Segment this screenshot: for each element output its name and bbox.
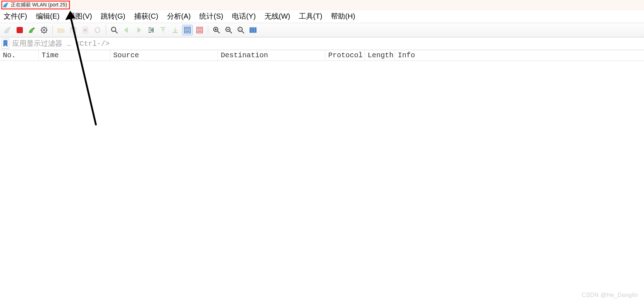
menu-capture[interactable]: 捕获(C) [134, 11, 158, 21]
restart-capture-button[interactable] [27, 25, 37, 35]
bookmark-icon [3, 40, 8, 47]
col-time[interactable]: Time [39, 50, 110, 60]
save-file-button [68, 25, 78, 35]
gear-icon [40, 26, 48, 34]
title-bar: 正在捕获 WLAN (port 25) [0, 0, 644, 10]
arrow-right-icon [135, 26, 143, 34]
zoom-reset-icon: 1 [237, 26, 245, 34]
menu-file[interactable]: 文件(F) [4, 11, 27, 21]
svg-line-38 [230, 31, 232, 33]
go-first-packet-button [158, 25, 168, 35]
go-last-packet-button [170, 25, 181, 35]
svg-line-7 [42, 28, 42, 28]
svg-rect-45 [255, 28, 256, 33]
close-file-icon [81, 26, 89, 34]
zoom-in-button[interactable] [211, 25, 222, 35]
svg-rect-43 [250, 28, 252, 33]
zoom-in-icon [213, 26, 220, 34]
svg-line-8 [46, 32, 47, 33]
svg-line-34 [218, 31, 220, 33]
svg-rect-44 [252, 28, 254, 33]
menu-help[interactable]: 帮助(H) [331, 11, 355, 21]
arrow-up-bar-icon [159, 26, 167, 34]
zoom-out-button[interactable] [223, 25, 234, 35]
autoscroll-icon [183, 26, 191, 34]
arrow-left-icon [123, 26, 130, 34]
menu-telephony[interactable]: 电话(Y) [232, 11, 256, 21]
display-filter-input[interactable] [10, 38, 643, 49]
col-no[interactable]: No. [0, 50, 39, 60]
save-icon [69, 26, 77, 34]
menu-edit[interactable]: 编辑(E) [36, 11, 60, 21]
window-title: 正在捕获 WLAN (port 25) [11, 2, 67, 8]
toolbar-separator [52, 25, 53, 35]
svg-line-10 [46, 28, 47, 28]
resize-columns-icon [249, 26, 257, 34]
search-icon [110, 26, 118, 34]
auto-scroll-button[interactable] [182, 25, 193, 35]
start-capture-button [2, 25, 13, 35]
shark-fin-icon [4, 26, 11, 34]
reload-icon [94, 26, 101, 34]
svg-text:1: 1 [239, 28, 241, 31]
svg-point-14 [72, 31, 74, 32]
zoom-reset-button[interactable]: 1 [235, 25, 246, 35]
svg-rect-0 [17, 27, 23, 33]
capture-options-button[interactable] [39, 25, 49, 35]
stop-icon [16, 26, 24, 34]
find-packet-button[interactable] [109, 25, 120, 35]
go-forward-button [133, 25, 144, 35]
packet-list-area[interactable] [0, 61, 644, 302]
watermark-text: CSDN @He_Danglin [582, 292, 638, 298]
go-back-button [121, 25, 132, 35]
restart-icon [28, 26, 36, 34]
display-filter-bar [0, 37, 644, 50]
col-info[interactable]: Info [395, 50, 644, 60]
toolbar: 1 [0, 23, 644, 37]
resize-columns-button[interactable] [248, 25, 258, 35]
goto-icon [147, 26, 155, 34]
colorize-button[interactable] [194, 25, 205, 35]
toolbar-separator [208, 25, 208, 35]
svg-rect-12 [71, 27, 75, 29]
colorize-icon [196, 26, 204, 34]
col-protocol[interactable]: Protocol [325, 50, 365, 60]
menu-wireless[interactable]: 无线(W) [264, 11, 290, 21]
packet-list-header: No. Time Source Destination Protocol Len… [0, 50, 644, 61]
menu-go[interactable]: 跳转(G) [101, 11, 125, 21]
menu-analyze[interactable]: 分析(A) [167, 11, 191, 21]
title-highlight-box: 正在捕获 WLAN (port 25) [1, 1, 70, 9]
filter-bookmark-button[interactable] [1, 39, 9, 49]
go-to-packet-button[interactable] [146, 25, 156, 35]
svg-point-18 [111, 27, 116, 31]
svg-line-41 [242, 31, 244, 33]
reload-file-button [92, 25, 103, 35]
col-length[interactable]: Length [365, 50, 395, 60]
zoom-out-icon [225, 26, 233, 34]
menu-bar: 文件(F) 编辑(E) 视图(V) 跳转(G) 捕获(C) 分析(A) 统计(S… [0, 10, 644, 23]
col-dest[interactable]: Destination [218, 50, 325, 60]
open-file-button [56, 25, 66, 35]
svg-line-19 [115, 31, 118, 33]
menu-view[interactable]: 视图(V) [68, 11, 92, 21]
stop-capture-button[interactable] [14, 25, 25, 35]
svg-line-9 [42, 32, 42, 33]
col-source[interactable]: Source [110, 50, 218, 60]
folder-open-icon [57, 26, 65, 34]
wireshark-icon [3, 2, 9, 8]
menu-tools[interactable]: 工具(T) [299, 11, 323, 21]
arrow-down-bar-icon [171, 26, 179, 34]
svg-point-2 [43, 29, 45, 31]
menu-stats[interactable]: 统计(S) [199, 11, 223, 21]
close-file-button [80, 25, 91, 35]
toolbar-separator [106, 25, 106, 35]
